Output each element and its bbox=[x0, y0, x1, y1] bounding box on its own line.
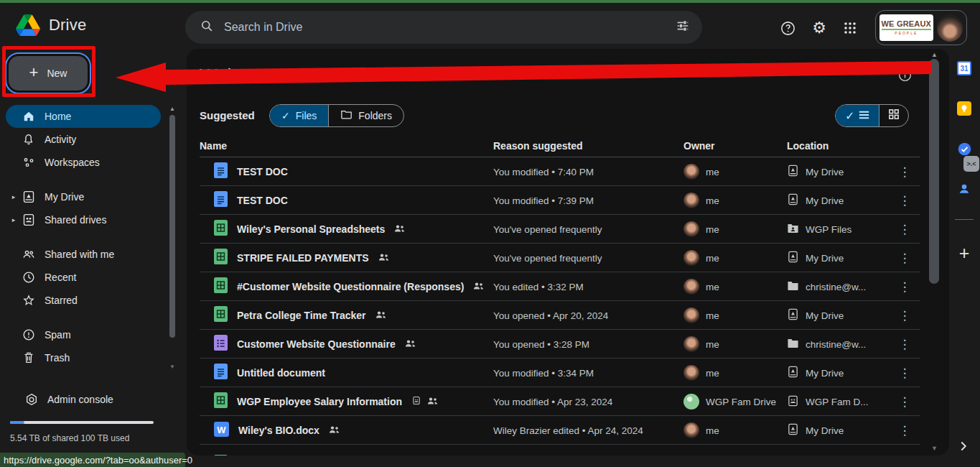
table-row[interactable]: Wiley's Personal Spreadsheets You've ope… bbox=[200, 215, 920, 244]
calendar-app-button[interactable]: 31 bbox=[954, 58, 974, 78]
more-options-button[interactable]: ⋮ bbox=[894, 359, 915, 387]
sidebar-item-workspaces[interactable]: Workspaces bbox=[6, 151, 161, 174]
sidebar-item-shared-with-me[interactable]: Shared with me bbox=[6, 243, 161, 266]
list-view-button[interactable]: ✓ bbox=[836, 105, 879, 126]
sidebar-item-shared-drives[interactable]: ▸Shared drives bbox=[6, 208, 161, 231]
shared-people-icon bbox=[394, 223, 405, 236]
svg-text:W: W bbox=[217, 424, 226, 435]
sidebar-item-home[interactable]: Home bbox=[6, 105, 161, 128]
table-row[interactable]: W Wiley's BIO.docx Wiley Brazier edited … bbox=[200, 416, 920, 445]
grid-view-button[interactable] bbox=[879, 105, 908, 126]
apps-grid-button[interactable] bbox=[836, 14, 864, 42]
sheet-file-icon bbox=[214, 455, 228, 456]
calendar-icon: 31 bbox=[957, 61, 971, 75]
gear-icon: ⚙ bbox=[812, 19, 826, 37]
table-row[interactable]: Customer Website Questionnaire You opene… bbox=[200, 330, 920, 359]
more-options-button[interactable]: ⋮ bbox=[894, 330, 915, 359]
table-row[interactable]: #Customer Website Questionnaire (Respons… bbox=[200, 272, 920, 301]
owner-name: WGP Fam Drive bbox=[706, 397, 776, 407]
files-filter-chip[interactable]: ✓ Files bbox=[270, 105, 328, 126]
more-options-button[interactable]: ⋮ bbox=[894, 272, 915, 301]
sidebar-item-recent[interactable]: Recent bbox=[6, 266, 161, 289]
spam-icon bbox=[22, 328, 36, 342]
mydrive-location-icon bbox=[787, 422, 799, 438]
more-options-button[interactable]: ⋮ bbox=[894, 416, 915, 445]
show-side-panel-button[interactable] bbox=[956, 438, 971, 457]
file-name: #Customer Website Questionnaire (Respons… bbox=[237, 281, 464, 292]
more-options-button[interactable]: ⋮ bbox=[894, 215, 915, 244]
sidebar-item-starred[interactable]: Starred bbox=[6, 289, 161, 312]
table-row[interactable]: STRIPE FAILED PAYMENTS You've opened fre… bbox=[200, 244, 920, 272]
column-header-name: Name bbox=[200, 140, 227, 152]
info-button[interactable] bbox=[897, 68, 913, 85]
sidebar-item-activity[interactable]: Activity bbox=[6, 128, 161, 151]
table-row-partial[interactable] bbox=[200, 445, 920, 456]
main-scroll-down-icon[interactable]: ▼ bbox=[931, 445, 938, 452]
owner-avatar bbox=[683, 394, 699, 410]
table-row[interactable]: Untitled document You modified • 3:34 PM… bbox=[200, 359, 920, 387]
more-options-button[interactable]: ⋮ bbox=[894, 387, 915, 416]
file-name: STRIPE FAILED PAYMENTS bbox=[237, 252, 369, 264]
table-row[interactable]: Petra College Time Tracker You opened • … bbox=[200, 301, 920, 330]
sidebar-scrollbar[interactable] bbox=[169, 115, 175, 338]
sidebar-nav: HomeActivityWorkspaces▸My Drive▸Shared d… bbox=[0, 105, 167, 369]
sheet-file-icon bbox=[214, 392, 228, 411]
settings-button[interactable]: ⚙ bbox=[805, 14, 834, 42]
list-view-icon bbox=[859, 109, 869, 122]
owner-name: me bbox=[706, 310, 719, 321]
sidebar-item-trash[interactable]: Trash bbox=[6, 346, 161, 369]
main-scrollbar[interactable] bbox=[929, 59, 939, 284]
drive-logo[interactable]: Drive bbox=[16, 14, 86, 36]
search-input[interactable] bbox=[224, 21, 675, 34]
new-button[interactable]: + New bbox=[9, 56, 88, 91]
sheet-file-icon bbox=[214, 277, 228, 296]
sidebar-item-admin-console[interactable]: Admin console bbox=[6, 388, 161, 411]
plus-icon: + bbox=[959, 243, 970, 264]
profile-avatar[interactable] bbox=[937, 14, 963, 42]
keep-app-button[interactable] bbox=[954, 98, 974, 119]
contacts-app-button[interactable] bbox=[954, 179, 974, 199]
app-header: Drive ⚙ bbox=[0, 3, 980, 49]
sheet-file-icon bbox=[214, 220, 228, 239]
browser-status-bar: https://drive.google.com/?tab=oo&authuse… bbox=[0, 453, 185, 467]
file-name: WGP Employee Salary Information bbox=[237, 396, 402, 407]
location-name: My Drive bbox=[806, 425, 844, 436]
keep-icon bbox=[957, 101, 971, 116]
file-name: Untitled document bbox=[237, 367, 325, 379]
more-options-button[interactable]: ⋮ bbox=[894, 186, 915, 215]
table-row[interactable]: WGP Employee Salary Information You modi… bbox=[200, 387, 920, 416]
location-name: My Drive bbox=[806, 195, 844, 206]
storage-progress-fill bbox=[10, 421, 24, 424]
people-icon bbox=[22, 247, 36, 262]
check-icon: ✓ bbox=[845, 109, 854, 123]
file-name: Wiley's BIO.docx bbox=[238, 425, 319, 436]
sidebar-item-spam[interactable]: Spam bbox=[6, 323, 161, 346]
shared-people-icon bbox=[405, 338, 416, 351]
reason-suggested: You've opened frequently bbox=[493, 215, 673, 244]
expand-arrow-icon[interactable]: ▸ bbox=[6, 193, 22, 200]
more-options-button[interactable]: ⋮ bbox=[894, 244, 915, 272]
expand-arrow-icon[interactable]: ▸ bbox=[6, 216, 22, 223]
folders-filter-chip[interactable]: Folders bbox=[328, 105, 403, 126]
more-options-button[interactable]: ⋮ bbox=[894, 301, 915, 330]
extension-button[interactable]: >.< bbox=[961, 154, 980, 174]
table-row[interactable]: TEST DOC You modified • 7:40 PM me My Dr… bbox=[200, 157, 920, 186]
reason-suggested: You modified • 3:34 PM bbox=[493, 359, 673, 387]
bell-icon bbox=[22, 132, 36, 147]
search-options-icon[interactable] bbox=[675, 18, 691, 37]
help-button[interactable] bbox=[773, 14, 802, 42]
table-header-row: Name Reason suggested Owner Location bbox=[200, 137, 920, 157]
location-name: My Drive bbox=[806, 167, 844, 177]
owner-name: me bbox=[706, 167, 719, 177]
search-bar[interactable] bbox=[185, 11, 702, 44]
file-name: Wiley's Personal Spreadsheets bbox=[237, 223, 385, 235]
more-options-button[interactable]: ⋮ bbox=[894, 157, 915, 186]
sidebar-scroll-up-icon[interactable]: ▲ bbox=[169, 106, 175, 112]
sidebar-item-my-drive[interactable]: ▸My Drive bbox=[6, 185, 161, 208]
account-chip[interactable]: WE GREAUX PEOPLE bbox=[875, 10, 967, 45]
folder-location-icon bbox=[787, 280, 799, 293]
get-addons-button[interactable]: + bbox=[954, 243, 974, 263]
table-row[interactable]: TEST DOC You modified • 7:39 PM me My Dr… bbox=[200, 186, 920, 215]
sidebar-scroll-down-icon[interactable]: ▼ bbox=[169, 364, 175, 370]
main-scroll-up-icon[interactable]: ▲ bbox=[931, 51, 938, 58]
